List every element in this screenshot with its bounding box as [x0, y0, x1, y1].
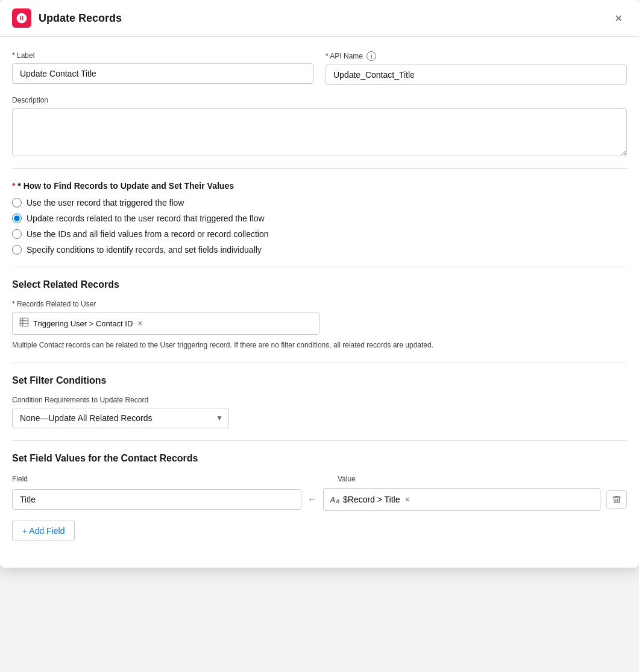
header-left: Update Records [12, 8, 122, 28]
filter-title: Set Filter Conditions [12, 375, 627, 386]
close-button[interactable]: × [610, 10, 627, 27]
condition-select[interactable]: None—Update All Related Records All Cond… [12, 408, 229, 428]
api-label-row: * API Name i [326, 51, 627, 61]
modal-title: Update Records [39, 12, 122, 25]
svg-rect-0 [20, 318, 28, 326]
helper-text: Multiple Contact records can be related … [12, 340, 627, 350]
label-field-label: * Label [12, 51, 313, 60]
radio-input-4[interactable] [12, 245, 22, 255]
value-tag-close[interactable]: × [405, 495, 410, 504]
radio-label-2: Update records related to the user recor… [27, 214, 265, 223]
add-field-button[interactable]: + Add Field [12, 521, 75, 541]
select-related-section: Select Related Records * Records Related… [12, 279, 627, 350]
radio-item-4[interactable]: Specify conditions to identify records, … [12, 245, 627, 255]
filter-section: Set Filter Conditions Condition Requirem… [12, 375, 627, 428]
info-icon[interactable]: i [367, 51, 376, 61]
divider-3 [12, 363, 627, 363]
update-records-modal: Update Records × * Label * API Name i De… [0, 0, 639, 568]
radio-input-3[interactable] [12, 229, 22, 239]
radio-item-1[interactable]: Use the user record that triggered the f… [12, 198, 627, 208]
how-to-section: * * How to Find Records to Update and Se… [12, 181, 627, 255]
divider-4 [12, 440, 627, 441]
radio-input-1[interactable] [12, 198, 22, 208]
tag-close-button[interactable]: × [137, 319, 142, 328]
records-related-label: * Records Related to User [12, 300, 627, 308]
arrow-indicator: ← [307, 494, 317, 505]
field-headers: Field Value [12, 474, 627, 483]
field-value-row: ← Aa $Record > Title × [12, 488, 627, 511]
api-name-label: * API Name [326, 52, 363, 60]
radio-item-2[interactable]: Update records related to the user recor… [12, 214, 627, 223]
field-values-title: Set Field Values for the Contact Records [12, 453, 627, 464]
radio-group: Use the user record that triggered the f… [12, 198, 627, 255]
radio-input-2[interactable] [12, 214, 22, 223]
records-related-input[interactable]: Triggering User > Contact ID × [12, 312, 320, 335]
label-group: * Label [12, 51, 313, 85]
field-values-section: Set Field Values for the Contact Records… [12, 453, 627, 541]
modal-header: Update Records × [0, 0, 639, 37]
api-name-group: * API Name i [326, 51, 627, 85]
delete-row-button[interactable] [606, 490, 627, 509]
value-type-icon: Aa [330, 495, 339, 504]
flow-icon [12, 8, 31, 28]
label-api-row: * Label * API Name i [12, 51, 627, 85]
how-to-label: * * How to Find Records to Update and Se… [12, 181, 627, 191]
value-col-header: Value [338, 475, 356, 483]
description-group: Description [12, 96, 627, 156]
divider-1 [12, 168, 627, 169]
table-icon [19, 317, 30, 330]
field-title-input[interactable] [12, 489, 301, 510]
value-tag-text: $Record > Title [343, 495, 400, 504]
triggering-user-tag: Triggering User > Contact ID [33, 319, 133, 328]
description-textarea[interactable] [12, 108, 627, 156]
label-input[interactable] [12, 63, 313, 84]
value-tag-input[interactable]: Aa $Record > Title × [323, 488, 600, 511]
radio-item-3[interactable]: Use the IDs and all field values from a … [12, 229, 627, 239]
description-label: Description [12, 96, 627, 104]
api-name-input[interactable] [326, 65, 627, 85]
divider-2 [12, 267, 627, 267]
select-related-title: Select Related Records [12, 279, 627, 290]
radio-label-1: Use the user record that triggered the f… [27, 198, 184, 208]
radio-label-4: Specify conditions to identify records, … [27, 245, 262, 255]
modal-body: * Label * API Name i Description * * How… [0, 37, 639, 568]
radio-label-3: Use the IDs and all field values from a … [27, 229, 269, 239]
condition-label: Condition Requirements to Update Record [12, 396, 627, 404]
field-col-header: Field [12, 475, 28, 483]
condition-dropdown: None—Update All Related Records All Cond… [12, 408, 229, 428]
